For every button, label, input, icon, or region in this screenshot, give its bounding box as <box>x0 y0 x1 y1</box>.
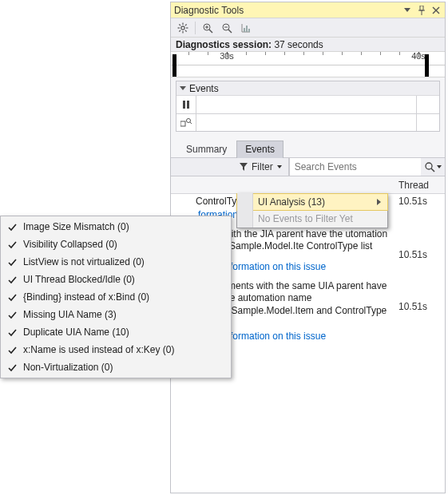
zoom-in-button[interactable] <box>199 20 216 36</box>
svg-marker-32 <box>240 163 248 171</box>
checklist-label: ListView is not virtualized (0) <box>23 256 145 267</box>
event-link[interactable]: More information on this issue <box>198 261 445 272</box>
svg-rect-29 <box>180 121 185 126</box>
svg-line-12 <box>185 30 187 32</box>
checklist-item[interactable]: Non-Virtualization (0) <box>1 358 231 376</box>
check-icon <box>7 292 17 302</box>
funnel-icon <box>240 163 248 171</box>
svg-rect-26 <box>248 29 250 32</box>
svg-rect-28 <box>187 101 189 109</box>
checklist-label: {Binding} instead of x:Bind (0) <box>23 291 149 303</box>
check-icon <box>7 362 17 372</box>
check-icon <box>7 310 17 319</box>
check-icon <box>7 257 17 267</box>
close-icon[interactable] <box>430 5 442 16</box>
menu-item-no-events: No Events to Filter Yet <box>237 210 387 228</box>
check-icon <box>7 345 17 354</box>
tab-events[interactable]: Events <box>236 141 283 158</box>
caret-down-icon <box>277 165 282 168</box>
intellitrace-icon[interactable] <box>180 116 192 129</box>
checklist-item[interactable]: Visibility Collapsed (0) <box>1 236 231 253</box>
session-prefix: Diagnostics session: <box>176 39 274 50</box>
dropdown-icon[interactable] <box>402 5 413 16</box>
search-options-caret-icon[interactable] <box>437 165 442 168</box>
svg-rect-27 <box>183 101 185 109</box>
menu-label: UI Analysis (13) <box>258 196 325 208</box>
pause-icon[interactable] <box>180 98 192 111</box>
checklist-label: Image Size Mismatch (0) <box>23 221 129 232</box>
menu-item-ui-analysis[interactable]: UI Analysis (13) <box>236 193 388 211</box>
menu-label: No Events to Filter Yet <box>258 213 353 224</box>
filter-dropdown-popup: UI Analysis (13) No Events to Filter Yet <box>236 193 388 228</box>
filter-label: Filter <box>252 161 273 172</box>
events-grid-header: Thread <box>171 176 445 194</box>
svg-point-6 <box>181 26 184 29</box>
session-info: Diagnostics session: 37 seconds <box>171 38 445 52</box>
search-input[interactable] <box>293 160 418 173</box>
timeline-tick-label: 30s <box>220 51 234 61</box>
checklist-item[interactable]: Duplicate UIA Name (10) <box>1 323 231 341</box>
events-track-header[interactable]: Events <box>176 81 439 96</box>
settings-button[interactable] <box>174 20 192 36</box>
svg-line-14 <box>179 30 180 32</box>
checklist-item[interactable]: Image Size Mismatch (0) <box>1 218 231 236</box>
svg-rect-24 <box>244 28 245 32</box>
event-time: 10.51s <box>398 301 442 312</box>
svg-line-20 <box>228 30 232 33</box>
svg-point-33 <box>426 163 432 169</box>
chart-view-button[interactable] <box>237 20 255 36</box>
check-icon <box>7 222 17 232</box>
svg-line-34 <box>431 168 434 172</box>
svg-line-31 <box>190 122 192 124</box>
filter-button[interactable]: Filter <box>233 158 289 176</box>
checklist-item[interactable]: UI Thread Blocked/Idle (0) <box>1 271 231 288</box>
filter-row: Filter <box>171 157 445 176</box>
svg-marker-0 <box>404 8 410 12</box>
toolbar-separator <box>195 22 196 34</box>
checklist-item[interactable]: ListView is not virtualized (0) <box>1 253 231 271</box>
submenu-caret-icon <box>377 199 381 205</box>
check-icon <box>7 327 17 337</box>
svg-line-13 <box>185 24 187 26</box>
checklist-label: UI Thread Blocked/Idle (0) <box>23 274 135 285</box>
toolbar <box>171 18 445 38</box>
checklist-label: x:Name is used instead of x:Key (0) <box>23 344 174 355</box>
pin-icon[interactable] <box>416 5 427 16</box>
window-title: Diagnostic Tools <box>174 5 398 16</box>
checklist-item[interactable]: Missing UIA Name (3) <box>1 306 231 323</box>
event-link[interactable]: More information on this issue <box>198 331 445 342</box>
svg-line-11 <box>179 24 180 26</box>
checklist-item[interactable]: {Binding} instead of x:Bind (0) <box>1 288 231 306</box>
lower-tabs: Summary Events <box>171 138 445 157</box>
event-time: 10.51s <box>398 249 442 260</box>
check-icon <box>7 275 17 284</box>
ui-analysis-checklist: Image Size Mismatch (0) Visibility Colla… <box>0 216 232 378</box>
events-track-pane: Events <box>176 81 440 132</box>
zoom-out-button[interactable] <box>218 20 236 36</box>
svg-rect-25 <box>246 26 248 32</box>
session-value: 37 seconds <box>274 39 323 50</box>
event-time: 10.51s <box>398 196 442 207</box>
svg-line-16 <box>209 30 212 33</box>
svg-point-30 <box>187 119 191 123</box>
title-bar: Diagnostic Tools <box>171 2 445 18</box>
timeline-ruler[interactable]: 30s 40s <box>171 52 445 77</box>
checklist-item[interactable]: x:Name is used instead of x:Key (0) <box>1 341 231 358</box>
search-events-box[interactable] <box>289 158 421 176</box>
collapse-icon[interactable] <box>180 86 186 90</box>
checklist-label: Duplicate UIA Name (10) <box>23 327 129 338</box>
column-thread[interactable]: Thread <box>395 180 445 191</box>
checklist-label: Non-Virtualization (0) <box>23 362 113 373</box>
timeline-tick-label: 40s <box>411 51 426 61</box>
svg-rect-1 <box>420 6 423 10</box>
checklist-label: Visibility Collapsed (0) <box>23 239 117 250</box>
tab-summary[interactable]: Summary <box>177 141 236 158</box>
events-track-label: Events <box>189 83 219 94</box>
checklist-label: Missing UIA Name (3) <box>23 309 117 320</box>
search-icon[interactable] <box>424 161 435 172</box>
check-icon <box>7 240 17 249</box>
